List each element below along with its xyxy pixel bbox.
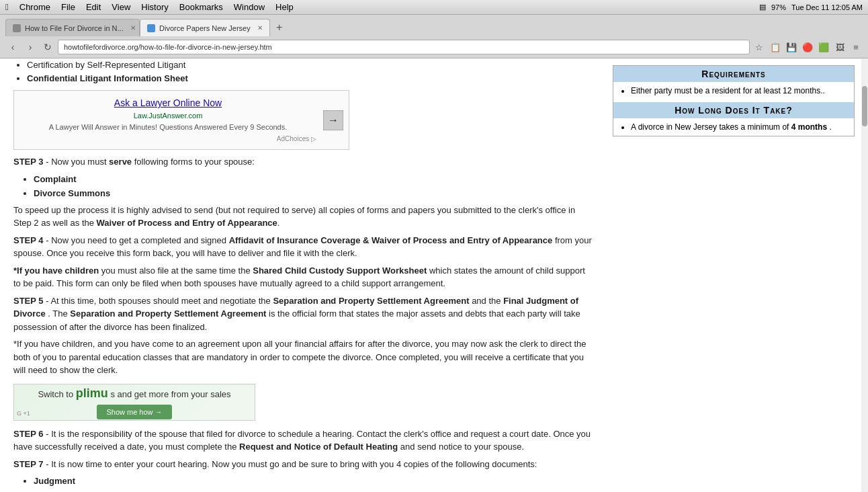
requirements-box: Requirements Either party must be a resi… [613,65,855,136]
tab1-favicon [13,24,21,32]
step6: STEP 6 - It is the responsibility of the… [13,427,593,454]
step5-heading: STEP 5 - At this time, both spouses shou… [13,294,593,334]
requirements-header: Requirements [613,66,854,82]
address-bar[interactable]: howtofilefordivorce.org/how-to-file-for-… [58,40,750,54]
step7-heading: STEP 7 - It is now time to enter your co… [13,458,593,471]
step7-bullet-settlement: Separation and Property Settlement Agree… [34,489,593,493]
ext-icon-2[interactable]: 💾 [785,40,798,54]
apple-menu[interactable]:  [5,2,9,12]
ad-arrow-button[interactable]: → [323,110,343,130]
ext-icon-4[interactable]: 🟩 [817,40,830,54]
menu-chrome[interactable]: Chrome [19,2,50,12]
menu-edit[interactable]: Edit [86,2,101,12]
toolbar-icons: ☆ 📋 💾 🔴 🟩 🖼 ≡ [752,40,863,54]
wifi-icon: ▤ [759,3,766,11]
step3-bullets: Complaint Divorce Summons [34,173,593,200]
datetime: Tue Dec 11 12:05 AM [791,3,863,11]
main-content: Certification by Self-Represented Litiga… [0,58,606,492]
bullet-confidential: Confidential Litigant Information Sheet [27,72,593,85]
scroll-thumb[interactable] [862,86,867,126]
tab1-close[interactable]: ✕ [130,24,136,32]
step3-bullet-summons: Divorce Summons [34,187,593,200]
ext-icon-3[interactable]: 🔴 [801,40,814,54]
bullet-certification: Certification by Self-Represented Litiga… [27,58,593,72]
back-button[interactable]: ‹ [5,40,20,54]
step7-bullet-judgment: Judgment [34,475,593,488]
menu-window[interactable]: Window [234,2,265,12]
top-bullets: Certification by Self-Represented Litiga… [27,58,593,85]
reload-button[interactable]: ↻ [40,40,55,54]
tabs-bar: How to File For Divorce in N... ✕ Divorc… [0,15,868,36]
battery-icon: 97% [771,3,786,11]
step7-bullets: Judgment Separation and Property Settlem… [34,475,593,492]
ad-content: Ask a Lawyer Online Now Law.JustAnswer.c… [19,96,316,144]
browser-chrome: How to File For Divorce in N... ✕ Divorc… [0,15,868,58]
tab2-close[interactable]: ✕ [257,24,263,32]
banner-show-button[interactable]: Show me how → [97,405,171,420]
ext-icon-5[interactable]: 🖼 [833,40,847,54]
sidebar: Requirements Either party must be a resi… [606,58,861,492]
step3-heading: STEP 3 - Now you must serve following fo… [13,155,593,169]
ad-choices[interactable]: AdChoices ▷ [19,134,316,144]
step4-heading: STEP 4 - Now you need to get a completed… [13,234,593,260]
banner-ad-inner: Switch to plimu s and get more from your… [38,384,230,420]
step3-para: To speed up the process it is highly adv… [13,204,593,230]
banner-ad-text: Switch to plimu s and get more from your… [38,384,230,403]
mac-menubar:  Chrome File Edit View History Bookmark… [0,0,868,15]
step3-bullet-complaint: Complaint [34,173,593,186]
tab-2[interactable]: Divorce Papers New Jersey ✕ [140,19,270,36]
how-long-body: A divorce in New Jersey takes a minimum … [613,118,854,136]
how-long-header: How Long Does It Take? [613,102,854,118]
requirements-body: Either party must be a resident for at l… [613,82,854,99]
forward-button[interactable]: › [23,40,38,54]
bookmark-icon[interactable]: ☆ [752,40,766,54]
step4-children: *If you have children you must also file… [13,264,593,290]
ad-site: Law.JustAnswer.com [19,110,316,122]
new-tab-button[interactable]: + [270,19,289,36]
page-content: Certification by Self-Represented Litiga… [0,58,868,492]
menubar-right: ▤ 97% Tue Dec 11 12:05 AM [759,3,863,11]
menu-history[interactable]: History [141,2,168,12]
menu-view[interactable]: View [112,2,130,12]
g-plus-badge: G +1 [17,409,30,419]
banner-ad[interactable]: Switch to plimu s and get more from your… [13,384,255,421]
requirements-text: Either party must be a resident for at l… [631,86,847,95]
tab2-favicon [147,24,155,32]
tab-1[interactable]: How to File For Divorce in N... ✕ [5,19,140,36]
ad-link[interactable]: Ask a Lawyer Online Now [19,96,316,110]
scrollbar[interactable] [861,58,868,492]
how-long-text: A divorce in New Jersey takes a minimum … [631,122,847,132]
menu-icon[interactable]: ≡ [849,40,863,54]
address-bar-row: ‹ › ↻ howtofilefordivorce.org/how-to-fil… [0,36,868,58]
tab1-title: How to File For Divorce in N... [25,24,124,32]
menu-help[interactable]: Help [275,2,294,12]
tab2-title: Divorce Papers New Jersey [159,24,251,32]
menu-bookmarks[interactable]: Bookmarks [179,2,223,12]
ad-description: A Lawyer Will Answer in Minutes! Questio… [19,122,316,133]
menu-file[interactable]: File [61,2,75,12]
ext-icon-1[interactable]: 📋 [769,40,782,54]
ad-box: Ask a Lawyer Online Now Law.JustAnswer.c… [13,90,349,150]
step5-children: *If you have children, and you have come… [13,337,593,377]
